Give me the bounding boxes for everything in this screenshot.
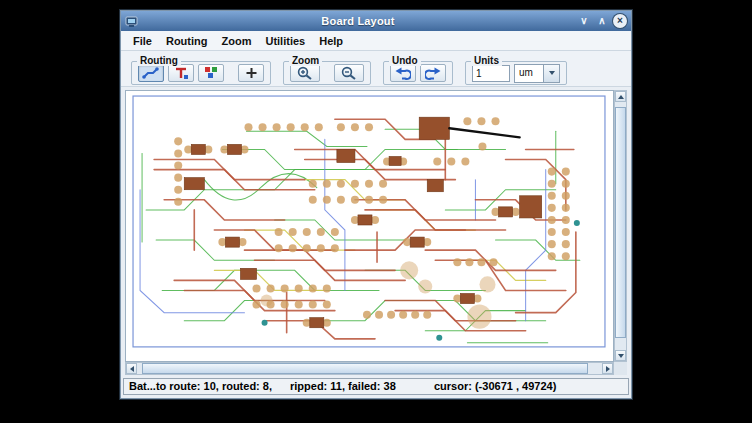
menu-file[interactable]: File (126, 33, 159, 49)
interactive-route-button[interactable] (168, 64, 194, 82)
menubar: File Routing Zoom Utilities Help (121, 31, 631, 51)
triangle-down-icon (618, 354, 624, 358)
zoom-in-button[interactable] (290, 64, 320, 82)
undo-group-label: Undo (389, 55, 421, 66)
units-combobox-button[interactable] (543, 65, 559, 82)
units-input[interactable] (472, 65, 510, 82)
rip-stats: ripped: 11, failed: 38 (290, 380, 396, 393)
pcb-canvas[interactable] (125, 90, 614, 362)
route-layers-icon (204, 66, 219, 80)
zoom-out-button[interactable] (334, 64, 364, 82)
undo-icon (395, 66, 411, 80)
traces-green (142, 129, 580, 343)
cursor-position: cursor: (-30671 , 49724) (434, 380, 556, 393)
canvas-wrap (125, 90, 627, 375)
units-combobox-value: um (515, 65, 543, 82)
zoom-group-label: Zoom (289, 55, 322, 66)
titlebar[interactable]: Board Layout ∨ ∧ × (121, 11, 631, 31)
routing-group: Routing (131, 61, 271, 85)
menu-zoom[interactable]: Zoom (215, 33, 259, 49)
move-cross-icon (244, 66, 259, 80)
scrollbar-corner (614, 362, 627, 375)
triangle-right-icon (606, 366, 610, 372)
scroll-down-button[interactable] (615, 350, 626, 361)
horizontal-scroll-thumb[interactable] (142, 363, 588, 374)
autoroute-icon (142, 66, 160, 80)
zoom-group: Zoom (283, 61, 371, 85)
vertical-scroll-track[interactable] (615, 102, 626, 350)
interactive-route-icon (173, 66, 189, 80)
undo-group: Undo (383, 61, 453, 85)
content-pane (121, 87, 631, 377)
autoroute-button[interactable] (138, 64, 164, 82)
scroll-right-button[interactable] (602, 363, 613, 374)
close-button[interactable]: × (613, 14, 627, 28)
zoom-in-icon (296, 66, 314, 80)
app-icon (125, 14, 139, 28)
chevron-down-icon (549, 71, 555, 75)
chip-top (419, 117, 449, 139)
components (184, 117, 541, 328)
maximize-button[interactable]: ∧ (595, 14, 609, 28)
traces-yellow (214, 180, 545, 291)
board-layout-window: Board Layout ∨ ∧ × File Routing Zoom Uti… (120, 10, 632, 399)
unrouted-airline (449, 128, 519, 137)
menu-help[interactable]: Help (312, 33, 350, 49)
routing-group-label: Routing (137, 55, 181, 66)
triangle-up-icon (618, 95, 624, 99)
scroll-up-button[interactable] (615, 91, 626, 102)
statusbar: Bat...to route: 10, routed: 8, ripped: 1… (123, 378, 629, 395)
redo-icon (425, 66, 441, 80)
horizontal-scroll-track[interactable] (137, 363, 602, 374)
vertical-scroll-thumb[interactable] (615, 107, 626, 338)
route-stats: Bat...to route: 10, routed: 8, (129, 380, 272, 393)
route-layers-button[interactable] (198, 64, 224, 82)
zoom-out-icon (340, 66, 358, 80)
pcb-board-drawing (126, 91, 613, 361)
triangle-left-icon (130, 366, 134, 372)
window-title: Board Layout (139, 15, 577, 27)
units-combobox[interactable]: um (514, 64, 560, 83)
minimize-button[interactable]: ∨ (577, 14, 591, 28)
chip-right (520, 196, 542, 218)
scroll-left-button[interactable] (126, 363, 137, 374)
menu-utilities[interactable]: Utilities (258, 33, 312, 49)
undo-button[interactable] (390, 64, 416, 82)
vertical-scrollbar[interactable] (614, 90, 627, 362)
redo-button[interactable] (420, 64, 446, 82)
units-group: Units um (465, 61, 567, 85)
menu-routing[interactable]: Routing (159, 33, 215, 49)
toolbar: Routing (121, 51, 631, 87)
units-group-label: Units (471, 55, 502, 66)
move-button[interactable] (238, 64, 264, 82)
traces-red (154, 119, 576, 339)
horizontal-scrollbar[interactable] (125, 362, 614, 375)
window-controls: ∨ ∧ × (577, 14, 627, 28)
